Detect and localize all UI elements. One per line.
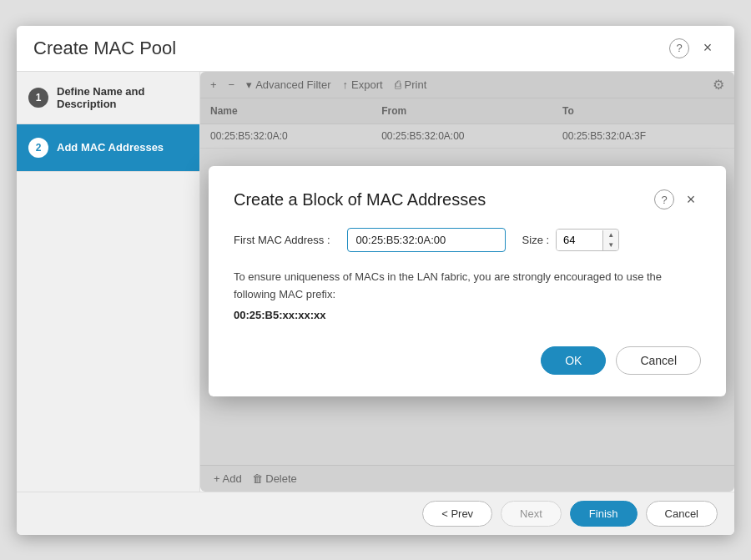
first-mac-label: First MAC Address : [234, 234, 330, 246]
wizard-help-button[interactable]: ? [669, 38, 689, 58]
size-up-button[interactable]: ▲ [603, 230, 618, 240]
modal-cancel-button[interactable]: Cancel [616, 346, 701, 375]
step-item-1[interactable]: 1 Define Name and Description [17, 72, 199, 124]
next-button[interactable]: Next [501, 501, 562, 527]
modal-ok-button[interactable]: OK [541, 346, 606, 375]
modal-help-button[interactable]: ? [654, 189, 674, 209]
wizard-content: + − ▾ Advanced Filter ↑ Export ⎙ Print ⚙ [200, 72, 734, 492]
wizard-footer: < Prev Next Finish Cancel [17, 492, 734, 535]
wizard-sidebar: 1 Define Name and Description 2 Add MAC … [17, 72, 200, 492]
prev-button[interactable]: < Prev [422, 501, 492, 527]
modal-title: Create a Block of MAC Addresses [234, 190, 486, 209]
modal-form-row: First MAC Address : Size : ▲ ▼ [234, 228, 701, 252]
first-mac-input[interactable] [347, 228, 506, 252]
step-label-2: Add MAC Addresses [57, 141, 164, 154]
wizard-title: Create MAC Pool [33, 38, 176, 59]
step-label-1: Define Name and Description [57, 85, 188, 110]
size-spinners: ▲ ▼ [602, 230, 618, 250]
modal-header-icons: ? × [654, 189, 701, 209]
step-number-2: 2 [28, 138, 48, 158]
wizard-body: 1 Define Name and Description 2 Add MAC … [17, 72, 734, 492]
modal-header: Create a Block of MAC Addresses ? × [234, 189, 701, 209]
size-input[interactable] [557, 230, 602, 250]
modal-close-button[interactable]: × [681, 189, 701, 209]
modal-overlay: Create a Block of MAC Addresses ? × Firs… [200, 72, 734, 492]
wizard-window: Create MAC Pool ? × 1 Define Name and De… [17, 26, 734, 535]
modal-prefix: 00:25:B5:xx:xx:xx [234, 309, 701, 321]
size-group: Size : ▲ ▼ [522, 229, 620, 251]
wizard-header: Create MAC Pool ? × [17, 26, 734, 72]
wizard-header-icons: ? × [669, 38, 718, 58]
modal-dialog: Create a Block of MAC Addresses ? × Firs… [209, 166, 726, 396]
modal-info-text: To ensure uniqueness of MACs in the LAN … [234, 269, 701, 304]
modal-footer: OK Cancel [234, 346, 701, 375]
finish-button[interactable]: Finish [570, 501, 638, 527]
cancel-button[interactable]: Cancel [646, 501, 718, 527]
wizard-close-button[interactable]: × [698, 38, 718, 58]
size-label: Size : [522, 234, 550, 246]
step-number-1: 1 [28, 88, 48, 108]
size-input-wrapper: ▲ ▼ [556, 229, 619, 251]
size-down-button[interactable]: ▼ [603, 240, 618, 250]
step-item-2[interactable]: 2 Add MAC Addresses [17, 124, 199, 172]
